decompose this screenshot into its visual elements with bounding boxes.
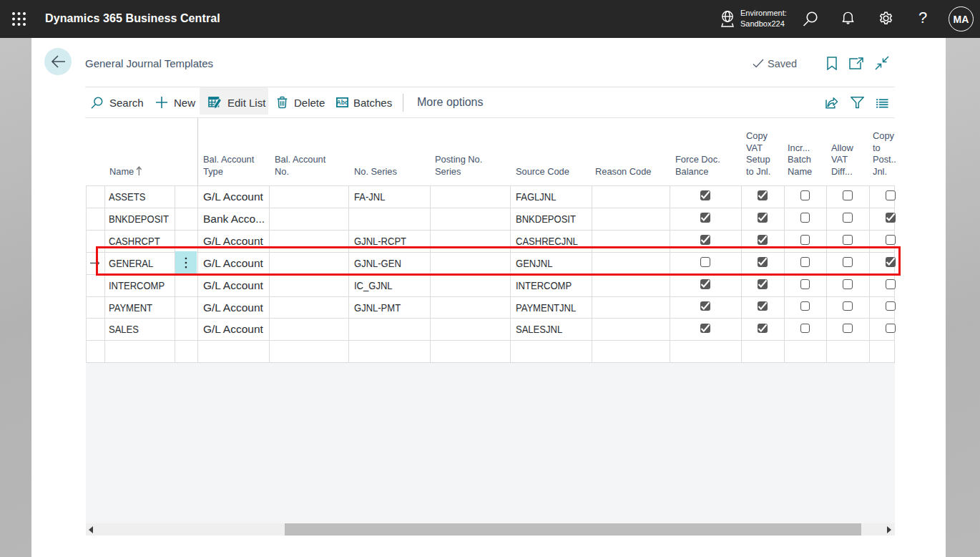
svg-text:Abc: Abc: [337, 99, 348, 106]
